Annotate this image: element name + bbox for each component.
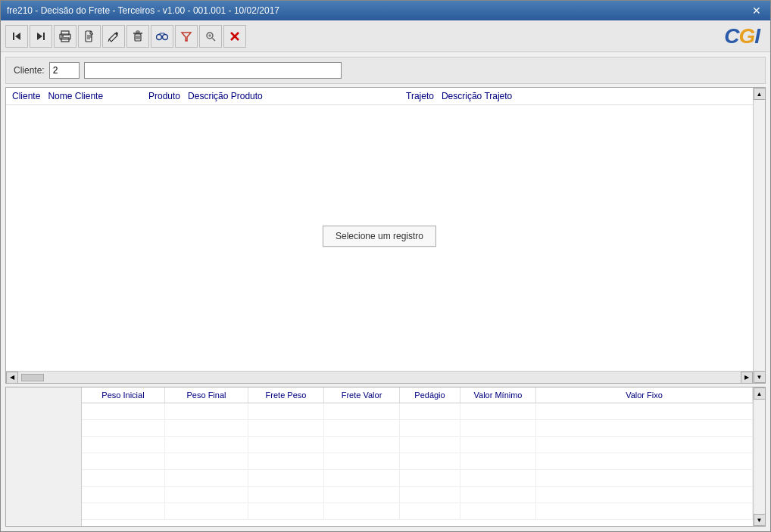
lower-table-cell[interactable]: [324, 453, 400, 469]
search-button[interactable]: [151, 25, 173, 48]
lower-table-cell[interactable]: [82, 470, 165, 486]
lower-table-cell[interactable]: [536, 453, 753, 469]
lower-scroll-up[interactable]: ▲: [754, 387, 766, 400]
lower-table-cell[interactable]: [165, 470, 248, 486]
lower-table-cell[interactable]: [400, 453, 460, 469]
main-content: Cliente: Cliente Nome Cliente Produto De…: [1, 52, 770, 531]
lower-vertical-scrollbar[interactable]: ▲ ▼: [753, 387, 765, 526]
lower-table-cell[interactable]: [248, 403, 324, 419]
svg-rect-19: [136, 31, 139, 33]
col-nome-cliente-label: Nome Cliente: [48, 91, 103, 101]
logo-c: C: [724, 24, 738, 48]
lower-table-cell[interactable]: [165, 437, 248, 453]
lower-table-cell[interactable]: [324, 403, 400, 419]
lower-table-cell[interactable]: [460, 470, 536, 486]
scrollbar-track: [18, 372, 741, 383]
lower-table-cell[interactable]: [165, 420, 248, 436]
lower-table-cell[interactable]: [400, 470, 460, 486]
scroll-down-arrow[interactable]: ▼: [754, 371, 766, 383]
upper-col-header-cliente: Cliente Nome Cliente: [12, 91, 148, 101]
svg-point-20: [157, 34, 162, 39]
lower-table-cell[interactable]: [460, 437, 536, 453]
lower-col-valor-fixo: Valor Fixo: [536, 387, 753, 403]
cliente-name-input[interactable]: [84, 62, 342, 79]
lower-table-cell[interactable]: [248, 487, 324, 502]
lower-table-cell[interactable]: [536, 503, 753, 519]
scroll-left-arrow[interactable]: ◀: [6, 372, 18, 384]
lower-table-cell[interactable]: [165, 403, 248, 419]
lower-table-cell[interactable]: [82, 453, 165, 469]
upper-table-main: Cliente Nome Cliente Produto Descrição P…: [6, 88, 753, 383]
window-title: fre210 - Decisão do Frete - Terceiros - …: [7, 5, 279, 16]
lower-table-cell[interactable]: [248, 503, 324, 519]
upper-col-header-trajeto: Trajeto Descrição Trajeto: [406, 91, 747, 101]
lower-table-cell[interactable]: [82, 403, 165, 419]
lower-table-cell[interactable]: [400, 403, 460, 419]
lower-table-cell[interactable]: [400, 420, 460, 436]
lower-table-cell[interactable]: [248, 437, 324, 453]
lower-table-cell[interactable]: [400, 487, 460, 502]
lower-table-cell[interactable]: [324, 420, 400, 436]
lower-table-cell[interactable]: [460, 453, 536, 469]
delete-button[interactable]: [126, 25, 149, 48]
lower-table-cell[interactable]: [248, 470, 324, 486]
scroll-up-arrow[interactable]: ▲: [754, 88, 766, 100]
lower-table-cell[interactable]: [324, 503, 400, 519]
lower-table-cell[interactable]: [324, 470, 400, 486]
window-close-button[interactable]: ✕: [749, 5, 764, 17]
lower-table-cell[interactable]: [536, 487, 753, 502]
new-button[interactable]: [78, 25, 101, 48]
scrollbar-thumb[interactable]: [21, 374, 44, 381]
cgi-logo: CGI: [724, 24, 766, 48]
delete-icon: [132, 30, 144, 42]
first-record-button[interactable]: [5, 25, 28, 48]
cliente-id-input[interactable]: [49, 62, 80, 79]
lower-table-row: [82, 453, 753, 470]
lower-table-cell[interactable]: [460, 420, 536, 436]
cliente-label: Cliente:: [14, 65, 45, 76]
upper-table-inner: Cliente Nome Cliente Produto Descrição P…: [6, 88, 765, 383]
col-produto-label: Produto: [148, 91, 186, 101]
edit-button[interactable]: [102, 25, 125, 48]
lower-table-cell[interactable]: [324, 437, 400, 453]
filter-button[interactable]: [175, 25, 198, 48]
lower-table-cell[interactable]: [82, 503, 165, 519]
print-button[interactable]: [54, 25, 76, 48]
lower-table-cell[interactable]: [536, 437, 753, 453]
last-record-button[interactable]: [30, 25, 52, 48]
lower-table-cell[interactable]: [536, 470, 753, 486]
vertical-scrollbar[interactable]: ▲ ▼: [753, 88, 765, 383]
lower-table-cell[interactable]: [82, 420, 165, 436]
zoom-button[interactable]: [199, 25, 222, 48]
lower-table-header: Peso Inicial Peso Final Frete Peso Frete…: [82, 387, 753, 403]
lower-table-cell[interactable]: [400, 437, 460, 453]
lower-table-cell[interactable]: [400, 503, 460, 519]
lower-table-cell[interactable]: [82, 437, 165, 453]
horizontal-scrollbar[interactable]: ◀ ▶: [6, 371, 753, 383]
lower-table-cell[interactable]: [460, 503, 536, 519]
lower-table-row: [82, 470, 753, 487]
upper-table-header: Cliente Nome Cliente Produto Descrição P…: [6, 88, 753, 105]
lower-scrollbar-track: [754, 400, 765, 514]
lower-table-cell[interactable]: [536, 420, 753, 436]
lower-table-row: [82, 487, 753, 503]
svg-rect-7: [61, 36, 64, 37]
lower-table-cell[interactable]: [82, 487, 165, 502]
toolbar-close-button[interactable]: [223, 25, 246, 48]
upper-table-body: Selecione um registro: [6, 105, 753, 371]
svg-marker-3: [37, 33, 42, 40]
lower-table-cell[interactable]: [324, 487, 400, 502]
lower-table-cell[interactable]: [248, 420, 324, 436]
lower-table-cell[interactable]: [165, 487, 248, 502]
lower-table-cell[interactable]: [165, 503, 248, 519]
upper-table-container: Cliente Nome Cliente Produto Descrição P…: [5, 87, 766, 384]
lower-table-row: [82, 403, 753, 420]
lower-table-cell[interactable]: [536, 403, 753, 419]
lower-table-cell[interactable]: [165, 453, 248, 469]
lower-table-cell[interactable]: [460, 487, 536, 502]
lower-scroll-down[interactable]: ▼: [754, 514, 766, 526]
lower-table-cell[interactable]: [460, 403, 536, 419]
scroll-right-arrow[interactable]: ▶: [741, 372, 753, 384]
lower-table-cell[interactable]: [248, 453, 324, 469]
toolbar-buttons: [5, 25, 246, 48]
